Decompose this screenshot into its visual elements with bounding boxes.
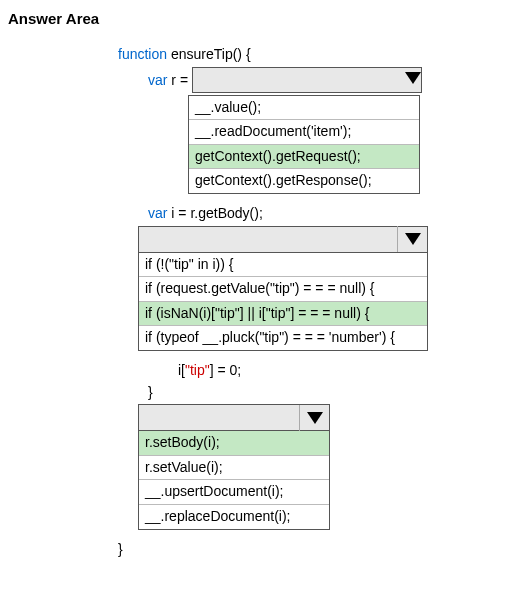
dropdown-option[interactable]: r.setBody(i); (139, 431, 329, 456)
dropdown-option[interactable]: if (typeof __.pluck("tip") = = = 'number… (139, 326, 427, 350)
brace-close: } (118, 383, 514, 403)
dropdown-option[interactable]: __.replaceDocument(i); (139, 505, 329, 529)
dropdown-option[interactable]: __.value(); (189, 96, 419, 121)
dropdown-option[interactable]: if (!("tip" in i)) { (139, 253, 427, 278)
dropdown-2[interactable]: if (!("tip" in i)) {if (request.getValue… (138, 226, 428, 351)
svg-marker-0 (405, 72, 421, 84)
page-title: Answer Area (8, 10, 514, 27)
r-assign-text: r = (167, 72, 188, 88)
tip-pre: i[ (178, 362, 185, 378)
dropdown-option[interactable]: if (request.getValue("tip") = = = null) … (139, 277, 427, 302)
dropdown-3-header[interactable] (139, 405, 329, 431)
svg-marker-1 (405, 233, 421, 245)
brace-close-outer: } (118, 540, 514, 560)
fn-declaration: function ensureTip() { (118, 45, 514, 65)
svg-marker-2 (307, 412, 323, 424)
dropdown-option[interactable]: __.upsertDocument(i); (139, 480, 329, 505)
chevron-down-icon (299, 405, 329, 431)
dropdown-option[interactable]: getContext().getResponse(); (189, 169, 419, 193)
dropdown-3[interactable]: r.setBody(i);r.setValue(i);__.upsertDocu… (138, 404, 330, 529)
code-snippet: function ensureTip() { var r = __.value(… (118, 45, 514, 559)
dropdown-option[interactable]: r.setValue(i); (139, 456, 329, 481)
dropdown-option[interactable]: if (isNaN(i)["tip"] || i["tip"] = = = nu… (139, 302, 427, 327)
dropdown-2-header[interactable] (139, 227, 427, 253)
chevron-down-icon (405, 70, 421, 90)
var-keyword: var (148, 205, 167, 221)
fn-name: ensureTip() { (167, 46, 251, 62)
var-keyword: var (148, 72, 167, 88)
chevron-down-icon (397, 226, 427, 252)
var-i-line: var i = r.getBody(); (118, 204, 514, 224)
tip-assign-line: i["tip"] = 0; (118, 361, 514, 381)
var-r-line: var r = (118, 67, 514, 93)
tip-str: "tip" (185, 362, 210, 378)
dropdown-1-header[interactable] (192, 67, 422, 93)
tip-post: ] = 0; (210, 362, 242, 378)
dropdown-option[interactable]: __.readDocument('item'); (189, 120, 419, 145)
i-assign-text: i = r.getBody(); (167, 205, 262, 221)
dropdown-option[interactable]: getContext().getRequest(); (189, 145, 419, 170)
fn-keyword: function (118, 46, 167, 62)
dropdown-1[interactable]: __.value();__.readDocument('item');getCo… (188, 95, 420, 194)
